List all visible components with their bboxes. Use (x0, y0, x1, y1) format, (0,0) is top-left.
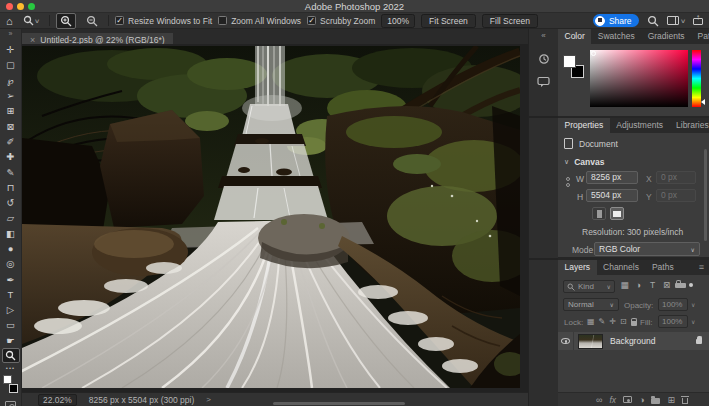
zoom-tool[interactable] (2, 348, 20, 363)
healing-brush-tool[interactable]: ✚ (2, 149, 20, 164)
resize-windows-to-fit-option[interactable]: ✓ Resize Windows to Fit (115, 16, 212, 26)
zoom-in-button[interactable] (56, 13, 76, 29)
lock-transparency-icon[interactable]: ▦ (587, 317, 595, 326)
link-dimensions-icon[interactable] (566, 177, 570, 187)
layer-row-background[interactable]: Background (558, 332, 709, 350)
frame-tool[interactable]: ⊠ (2, 118, 20, 133)
filter-adjustment-layers-icon[interactable]: ◑ (633, 280, 644, 290)
layer-thumbnail[interactable] (578, 334, 603, 349)
fit-screen-button[interactable]: Fit Screen (421, 14, 476, 28)
comments-panel-icon[interactable] (529, 76, 558, 88)
layer-filter-select[interactable]: Kind ∨ (563, 280, 615, 293)
properties-scrollbar[interactable] (704, 149, 707, 241)
height-input[interactable]: 5504 px (586, 189, 638, 202)
filter-smart-objects-icon[interactable] (675, 280, 686, 290)
tab-properties[interactable]: Properties (558, 118, 610, 133)
status-zoom-level[interactable]: 22.02% (38, 394, 77, 406)
zoom-percentage-input[interactable]: 100% (381, 14, 415, 28)
edit-toolbar-icon[interactable]: ••• (0, 365, 21, 371)
dodge-tool[interactable]: ◎ (2, 256, 20, 271)
link-layers-icon[interactable]: ∞ (596, 395, 602, 405)
crop-tool[interactable]: ⊞ (2, 103, 20, 118)
lock-pixels-icon[interactable]: ✎ (599, 317, 606, 326)
width-input[interactable]: 8256 px (586, 171, 638, 184)
zoom-tool-preset-button[interactable]: ∨ (19, 13, 43, 28)
history-brush-tool[interactable]: ↺ (2, 195, 20, 210)
hue-slider-pointer[interactable] (701, 99, 705, 105)
tab-channels[interactable]: Channels (597, 260, 646, 275)
fill-input[interactable]: 100% (658, 315, 688, 328)
blur-tool[interactable]: ● (2, 241, 20, 256)
tab-paths[interactable]: Paths (645, 260, 680, 275)
filter-toggle-icon[interactable] (689, 283, 693, 287)
zoom-out-button[interactable] (82, 13, 102, 29)
export-icon[interactable]: ↑ (693, 16, 703, 25)
checkbox-unchecked-icon[interactable]: ✓ (218, 16, 227, 25)
tab-libraries[interactable]: Libraries (670, 118, 709, 133)
color-swatches-widget[interactable] (2, 375, 20, 395)
layer-effects-icon[interactable]: fx (609, 395, 616, 405)
background-color-swatch[interactable] (9, 384, 18, 393)
hue-slider[interactable] (692, 50, 701, 107)
new-layer-icon[interactable]: ⊞ (667, 395, 675, 405)
toolbar-expand-icon[interactable]: » (0, 29, 21, 39)
tab-adjustments[interactable]: Adjustments (610, 118, 670, 133)
workspace-switcher[interactable]: ∨ (667, 16, 685, 25)
y-input[interactable]: 0 px (656, 189, 696, 202)
history-panel-icon[interactable] (529, 53, 558, 65)
portrait-orientation-button[interactable] (592, 207, 606, 220)
hand-tool[interactable]: ☛ (2, 333, 20, 348)
layer-visibility-cell[interactable] (558, 332, 574, 350)
pen-tool[interactable]: ✒ (2, 271, 20, 286)
lock-position-icon[interactable]: ✛ (609, 317, 616, 326)
panel-menu-icon[interactable]: ≡ (699, 260, 709, 275)
landscape-orientation-button[interactable] (610, 207, 624, 220)
tab-patterns[interactable]: Patterns (691, 29, 709, 44)
object-selection-tool[interactable]: ➢ (2, 88, 20, 103)
marquee-tool[interactable]: ▢ (2, 57, 20, 72)
chevron-down-icon[interactable]: ∨ (691, 318, 695, 325)
canvas-image[interactable] (22, 46, 520, 388)
collapse-panels-icon[interactable]: « (529, 29, 558, 42)
foreground-color-swatch[interactable] (563, 55, 576, 68)
checkbox-checked-icon[interactable]: ✓ (115, 16, 124, 25)
status-chevron-icon[interactable]: > (206, 395, 211, 404)
tab-layers[interactable]: Layers (558, 260, 597, 275)
gradient-tool[interactable]: ◧ (2, 226, 20, 241)
filter-type-layers-icon[interactable]: T (647, 280, 658, 290)
home-icon[interactable]: ⌂ (6, 14, 13, 28)
adjustment-layer-icon[interactable]: ◑ (639, 395, 644, 405)
x-input[interactable]: 0 px (656, 171, 696, 184)
quick-mask-icon[interactable] (5, 401, 16, 406)
lock-all-icon[interactable] (631, 321, 637, 326)
filter-shape-layers-icon[interactable]: ⊠ (661, 280, 672, 290)
delete-layer-icon[interactable] (682, 398, 688, 404)
shape-tool[interactable]: ▭ (2, 317, 20, 332)
saturation-brightness-field[interactable] (590, 50, 688, 107)
scrubby-zoom-option[interactable]: ✓ Scrubby Zoom (307, 16, 375, 26)
type-tool[interactable]: T (2, 287, 20, 302)
color-picker-marker[interactable] (591, 51, 596, 56)
canvas-section-header[interactable]: ∨ Canvas (564, 157, 604, 167)
fill-screen-button[interactable]: Fill Screen (482, 14, 538, 28)
blend-mode-select[interactable]: Normal ∨ (563, 298, 619, 311)
lasso-tool[interactable]: ℘ (2, 73, 20, 88)
zoom-all-windows-option[interactable]: ✓ Zoom All Windows (218, 16, 301, 26)
checkbox-checked-icon[interactable]: ✓ (307, 16, 316, 25)
filter-pixel-layers-icon[interactable]: ▦ (619, 280, 630, 290)
clone-stamp-tool[interactable]: ⊓ (2, 180, 20, 195)
new-group-icon[interactable] (651, 398, 660, 404)
add-layer-mask-icon[interactable] (623, 396, 632, 403)
tab-color[interactable]: Color (558, 29, 591, 44)
path-selection-tool[interactable]: ▷ (2, 302, 20, 317)
tab-gradients[interactable]: Gradients (641, 29, 691, 44)
search-icon[interactable] (647, 15, 659, 27)
mode-select[interactable]: RGB Color ∨ (594, 242, 700, 256)
lock-artboard-icon[interactable]: ⊡ (620, 317, 627, 326)
share-button[interactable]: Share (593, 14, 639, 27)
foreground-color-swatch[interactable] (3, 375, 12, 384)
eyedropper-tool[interactable]: ✐ (2, 134, 20, 149)
tab-swatches[interactable]: Swatches (591, 29, 641, 44)
opacity-input[interactable]: 100% (658, 298, 688, 311)
chevron-down-icon[interactable]: ∨ (691, 301, 695, 308)
